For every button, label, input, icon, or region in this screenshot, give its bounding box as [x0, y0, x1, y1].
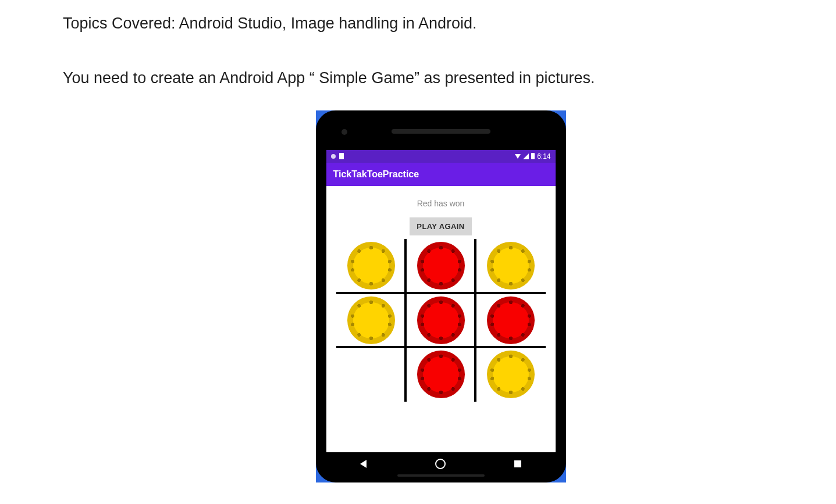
nav-home-icon[interactable]: [435, 459, 446, 469]
android-status-bar: 6:14: [326, 150, 556, 163]
board-cell-1-0[interactable]: [336, 293, 406, 347]
earpiece-speaker-icon: [392, 129, 490, 134]
board-cell-1-1[interactable]: [406, 293, 476, 347]
app-title: TickTakToePractice: [333, 169, 419, 180]
app-body: Red has won PLAY AGAIN: [326, 186, 556, 452]
board-cell-2-0[interactable]: [336, 347, 406, 401]
board-cell-2-1[interactable]: [406, 347, 476, 401]
phone-figure: 6:14 TickTakToePractice Red has won PLAY…: [63, 110, 819, 482]
yellow-chip-icon: [347, 296, 395, 344]
red-chip-icon: [417, 296, 465, 344]
yellow-chip-icon: [347, 242, 395, 289]
status-left-icons: [331, 153, 344, 159]
board-cell-0-2[interactable]: [476, 239, 546, 293]
status-time: 6:14: [537, 152, 550, 160]
play-again-button[interactable]: PLAY AGAIN: [410, 217, 471, 235]
bottom-speaker-icon: [397, 474, 485, 477]
status-right-icons: 6:14: [515, 152, 550, 160]
phone-backdrop: 6:14 TickTakToePractice Red has won PLAY…: [316, 110, 566, 482]
grid-line-horizontal-1: [336, 292, 546, 294]
red-chip-icon: [417, 242, 465, 289]
tictactoe-board: [336, 239, 546, 402]
phone-top-bezel: [321, 115, 561, 148]
red-chip-icon: [417, 351, 465, 398]
grid-line-horizontal-2: [336, 346, 546, 348]
topics-line: Topics Covered: Android Studio, Image ha…: [63, 13, 819, 35]
notification-dot-icon: [331, 154, 336, 159]
board-cell-1-2[interactable]: [476, 293, 546, 347]
grid-line-vertical-2: [474, 239, 476, 402]
battery-icon: [531, 153, 535, 159]
nav-back-icon[interactable]: [360, 460, 367, 468]
game-status-text: Red has won: [417, 199, 465, 208]
board-cell-0-1[interactable]: [406, 239, 476, 293]
board-cell-0-0[interactable]: [336, 239, 406, 293]
paragraph-gap: [63, 37, 819, 65]
signal-icon: [523, 153, 529, 159]
yellow-chip-icon: [487, 242, 535, 289]
android-nav-bar: [326, 455, 556, 473]
yellow-chip-icon: [487, 351, 535, 398]
phone-screen: 6:14 TickTakToePractice Red has won PLAY…: [326, 150, 556, 452]
front-camera-icon: [341, 129, 347, 135]
phone-frame: 6:14 TickTakToePractice Red has won PLAY…: [316, 110, 566, 482]
wifi-icon: [515, 154, 521, 159]
notification-box-icon: [339, 153, 344, 159]
app-title-bar: TickTakToePractice: [326, 163, 556, 186]
instruction-line: You need to create an Android App “ Simp…: [63, 67, 819, 90]
grid-line-vertical-1: [404, 239, 407, 402]
document-page: Topics Covered: Android Studio, Image ha…: [0, 0, 836, 500]
red-chip-icon: [487, 296, 535, 344]
board-cell-2-2[interactable]: [476, 347, 546, 401]
nav-recent-icon[interactable]: [514, 460, 521, 467]
